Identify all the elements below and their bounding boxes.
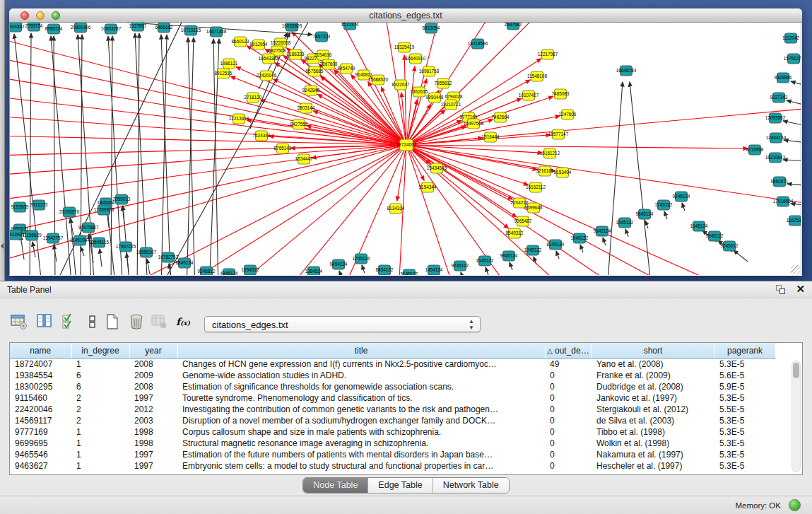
table-cell[interactable]: 2008 bbox=[129, 358, 177, 370]
table-cell[interactable]: 19384554 bbox=[10, 370, 71, 381]
table-cell[interactable]: 0 bbox=[545, 381, 592, 392]
column-header-year[interactable]: year bbox=[129, 343, 177, 358]
table-cell[interactable]: Structural magnetic resonance image aver… bbox=[177, 438, 545, 449]
table-cell[interactable]: Corpus callosum shape and size in male p… bbox=[177, 426, 545, 438]
table-cell[interactable]: 5.3E-5 bbox=[714, 392, 775, 404]
table-cell[interactable]: Embryonic stem cells: a model to study s… bbox=[177, 460, 545, 472]
table-scrollbar-thumb[interactable] bbox=[793, 363, 799, 378]
table-cell[interactable]: 0 bbox=[545, 370, 592, 381]
table-cell[interactable]: 0 bbox=[545, 449, 592, 460]
table-cell[interactable]: 2 bbox=[71, 415, 129, 426]
table-cell[interactable]: 6 bbox=[71, 381, 129, 392]
table-cell[interactable]: Tourette syndrome. Phenomenology and cla… bbox=[177, 392, 545, 404]
table-cell[interactable]: 1 bbox=[71, 438, 129, 449]
table-cell[interactable]: 0 bbox=[545, 392, 592, 404]
table-cell[interactable]: Disruption of a novel member of a sodium… bbox=[177, 415, 545, 426]
table-cell[interactable]: 5.3E-5 bbox=[714, 415, 775, 426]
table-cell[interactable]: Nakamura et al. (1997) bbox=[592, 449, 714, 460]
memory-status-green-icon[interactable] bbox=[789, 499, 801, 511]
table-cell[interactable]: 9465546 bbox=[10, 449, 71, 460]
column-header-short[interactable]: short bbox=[592, 343, 714, 358]
table-cell[interactable]: Changes of HCN gene expression and I(f) … bbox=[177, 358, 545, 370]
edit-columns-icon[interactable] bbox=[60, 313, 78, 331]
column-header-in_degree[interactable]: in_degree bbox=[71, 343, 129, 358]
table-cell[interactable]: 9699695 bbox=[10, 438, 71, 449]
table-cell[interactable]: Franke et al. (2009) bbox=[592, 370, 714, 381]
table-cell[interactable]: 1997 bbox=[129, 460, 177, 472]
table-selector-dropdown[interactable]: citations_edges.txt ▲▼ bbox=[204, 316, 481, 332]
table-cell[interactable]: 5.6E-5 bbox=[714, 370, 775, 381]
table-cell[interactable]: 2012 bbox=[129, 404, 177, 415]
table-cell[interactable]: 1 bbox=[71, 426, 129, 438]
table-cell[interactable]: 5.3E-5 bbox=[714, 358, 775, 370]
table-cell[interactable]: Hescheler et al. (1997) bbox=[592, 460, 714, 472]
table-cell[interactable]: 9463627 bbox=[10, 460, 71, 472]
network-node-label: 16543382 bbox=[259, 56, 279, 61]
table-cell[interactable]: 0 bbox=[545, 426, 592, 438]
function-builder-icon[interactable]: f(x) bbox=[174, 313, 192, 331]
table-cell[interactable]: 0 bbox=[545, 460, 592, 472]
table-mode-icon[interactable] bbox=[10, 313, 28, 331]
table-scrollbar[interactable] bbox=[792, 361, 801, 472]
table-cell[interactable]: 1998 bbox=[129, 426, 177, 438]
table-cell[interactable]: 22420046 bbox=[10, 404, 71, 415]
table-cell[interactable]: 1 bbox=[71, 358, 129, 370]
column-header-name[interactable]: name bbox=[10, 343, 71, 358]
table-panel-header[interactable]: Table Panel ✕ bbox=[0, 281, 812, 298]
table-cell[interactable]: 2008 bbox=[129, 381, 177, 392]
column-header-title[interactable]: title bbox=[177, 343, 545, 358]
table-cell[interactable]: 18300295 bbox=[10, 381, 71, 392]
table-cell[interactable]: Tibbo et al. (1998) bbox=[592, 426, 714, 438]
table-cell[interactable]: 9115460 bbox=[10, 392, 71, 404]
table-cell[interactable]: 5.3E-5 bbox=[714, 449, 775, 460]
tab-edge-table[interactable]: Edge Table bbox=[368, 478, 433, 493]
table-cell[interactable]: de Silva et al. (2003) bbox=[592, 415, 714, 426]
table-cell[interactable]: 18724007 bbox=[10, 358, 71, 370]
table-cell[interactable]: Dudbridge et al. (2008) bbox=[592, 381, 714, 392]
table-cell[interactable]: 0 bbox=[545, 415, 592, 426]
float-panel-icon[interactable] bbox=[776, 285, 787, 295]
table-cell[interactable]: Stergiakouli et al. (2012) bbox=[592, 404, 714, 415]
row-height-icon[interactable] bbox=[83, 313, 102, 331]
window-resize-grip[interactable] bbox=[791, 265, 800, 274]
tab-node-table[interactable]: Node Table bbox=[303, 478, 368, 493]
table-cell[interactable]: 1 bbox=[71, 460, 129, 472]
delete-column-trash-icon[interactable] bbox=[127, 313, 146, 331]
table-cell[interactable]: 2009 bbox=[129, 370, 177, 381]
table-cell[interactable]: 5.3E-5 bbox=[714, 438, 775, 449]
table-cell[interactable]: 0 bbox=[545, 404, 592, 415]
close-panel-icon[interactable]: ✕ bbox=[796, 283, 805, 296]
window-titlebar[interactable]: citations_edges.txt bbox=[9, 8, 802, 23]
table-cell[interactable]: 1998 bbox=[129, 438, 177, 449]
table-cell[interactable]: Investigating the contribution of common… bbox=[177, 404, 545, 415]
table-cell[interactable]: 5.3E-5 bbox=[714, 460, 775, 472]
table-cell[interactable]: Wolkin et al. (1998) bbox=[592, 438, 714, 449]
table-cell[interactable]: Jankovic et al. (1997) bbox=[592, 392, 714, 404]
table-cell[interactable]: 14569117 bbox=[10, 415, 71, 426]
table-cell[interactable]: 5.9E-5 bbox=[714, 381, 775, 392]
column-header-out_de[interactable]: △out_de… bbox=[545, 343, 592, 358]
panel-expand-arrow-icon[interactable] bbox=[1, 243, 4, 249]
table-cell[interactable]: 5.5E-5 bbox=[714, 404, 775, 415]
table-cell[interactable]: 6 bbox=[71, 370, 129, 381]
table-cell[interactable]: 1997 bbox=[129, 449, 177, 460]
table-cell[interactable]: 5.3E-5 bbox=[714, 426, 775, 438]
table-cell[interactable]: Yano et al. (2008) bbox=[592, 358, 714, 370]
table-cell[interactable]: Estimation of significance thresholds fo… bbox=[177, 381, 545, 392]
show-column-icon[interactable] bbox=[35, 313, 54, 331]
column-header-pagerank[interactable]: pagerank bbox=[714, 343, 775, 358]
create-new-column-icon[interactable] bbox=[103, 313, 122, 331]
table-cell[interactable]: 2 bbox=[71, 392, 129, 404]
table-cell[interactable]: 1997 bbox=[129, 392, 177, 404]
table-cell[interactable]: 49 bbox=[545, 358, 592, 370]
left-panel-collapsed-strip[interactable] bbox=[0, 0, 5, 281]
table-cell[interactable]: 9777169 bbox=[10, 426, 71, 438]
table-cell[interactable]: 2 bbox=[71, 404, 129, 415]
table-cell[interactable]: Estimation of the future numbers of pati… bbox=[177, 449, 545, 460]
network-canvas[interactable]: 1903342205572489557242089140610653287152… bbox=[9, 23, 801, 275]
table-cell[interactable]: 1 bbox=[71, 449, 129, 460]
table-cell[interactable]: Genome-wide association studies in ADHD. bbox=[177, 370, 545, 381]
table-cell[interactable]: 0 bbox=[545, 438, 592, 449]
table-cell[interactable]: 2003 bbox=[129, 415, 177, 426]
tab-network-table[interactable]: Network Table bbox=[433, 478, 509, 493]
